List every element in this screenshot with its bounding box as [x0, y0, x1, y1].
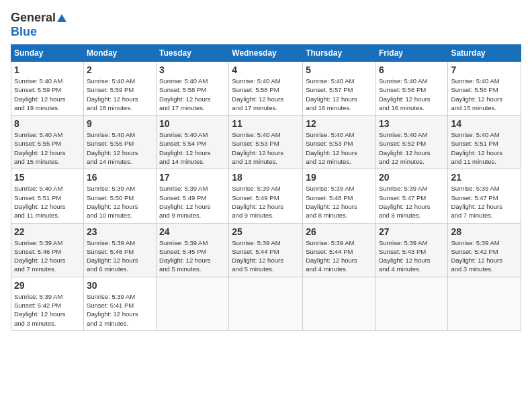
day-number: 7 [451, 64, 518, 75]
day-of-week-header: Thursday [303, 45, 376, 62]
calendar-day-cell: 23Sunrise: 5:39 AMSunset: 5:46 PMDayligh… [83, 223, 156, 277]
logo: General Blue [11, 11, 66, 39]
day-info: Sunrise: 5:40 AMSunset: 5:53 PMDaylight:… [306, 130, 373, 166]
calendar-day-cell [229, 277, 303, 330]
calendar-day-cell: 30Sunrise: 5:39 AMSunset: 5:41 PMDayligh… [83, 277, 156, 330]
day-info: Sunrise: 5:40 AMSunset: 5:58 PMDaylight:… [159, 77, 226, 112]
day-number: 4 [232, 64, 300, 75]
day-number: 29 [14, 280, 81, 291]
day-number: 22 [14, 226, 81, 237]
day-number: 28 [451, 226, 518, 237]
day-number: 13 [379, 118, 445, 129]
calendar-day-cell: 6Sunrise: 5:40 AMSunset: 5:56 PMDaylight… [375, 62, 447, 116]
calendar-day-cell: 15Sunrise: 5:40 AMSunset: 5:51 PMDayligh… [11, 169, 84, 223]
calendar-day-cell: 13Sunrise: 5:40 AMSunset: 5:52 PMDayligh… [375, 116, 447, 169]
day-of-week-header: Wednesday [229, 45, 303, 62]
calendar-week-row: 1Sunrise: 5:40 AMSunset: 5:59 PMDaylight… [11, 62, 521, 116]
day-number: 1 [14, 64, 81, 75]
day-number: 21 [451, 172, 518, 183]
calendar-day-cell: 14Sunrise: 5:40 AMSunset: 5:51 PMDayligh… [448, 116, 521, 169]
day-info: Sunrise: 5:39 AMSunset: 5:42 PMDaylight:… [451, 238, 518, 274]
day-info: Sunrise: 5:40 AMSunset: 5:56 PMDaylight:… [451, 77, 518, 112]
day-number: 6 [379, 64, 445, 75]
calendar-day-cell: 7Sunrise: 5:40 AMSunset: 5:56 PMDaylight… [448, 62, 521, 116]
calendar-day-cell: 11Sunrise: 5:40 AMSunset: 5:53 PMDayligh… [229, 116, 303, 169]
day-of-week-header: Sunday [11, 45, 84, 62]
calendar-day-cell: 10Sunrise: 5:40 AMSunset: 5:54 PMDayligh… [157, 116, 229, 169]
day-info: Sunrise: 5:39 AMSunset: 5:48 PMDaylight:… [306, 184, 373, 220]
day-info: Sunrise: 5:40 AMSunset: 5:52 PMDaylight:… [379, 130, 445, 166]
day-info: Sunrise: 5:39 AMSunset: 5:44 PMDaylight:… [306, 238, 373, 274]
day-number: 23 [87, 226, 153, 237]
day-info: Sunrise: 5:39 AMSunset: 5:50 PMDaylight:… [87, 184, 153, 220]
day-number: 3 [159, 64, 226, 75]
day-info: Sunrise: 5:39 AMSunset: 5:46 PMDaylight:… [87, 238, 153, 274]
calendar-day-cell: 2Sunrise: 5:40 AMSunset: 5:59 PMDaylight… [83, 62, 156, 116]
day-of-week-header: Saturday [448, 45, 521, 62]
day-info: Sunrise: 5:40 AMSunset: 5:53 PMDaylight:… [232, 130, 300, 166]
day-number: 15 [14, 172, 81, 183]
calendar-day-cell: 29Sunrise: 5:39 AMSunset: 5:42 PMDayligh… [11, 277, 84, 330]
calendar-week-row: 22Sunrise: 5:39 AMSunset: 5:46 PMDayligh… [11, 223, 521, 277]
calendar-day-cell: 22Sunrise: 5:39 AMSunset: 5:46 PMDayligh… [11, 223, 84, 277]
calendar-day-cell: 20Sunrise: 5:39 AMSunset: 5:47 PMDayligh… [375, 169, 447, 223]
calendar-table: SundayMondayTuesdayWednesdayThursdayFrid… [11, 44, 521, 331]
calendar-day-cell: 5Sunrise: 5:40 AMSunset: 5:57 PMDaylight… [303, 62, 376, 116]
day-number: 9 [87, 118, 153, 129]
day-info: Sunrise: 5:40 AMSunset: 5:57 PMDaylight:… [306, 77, 373, 112]
day-info: Sunrise: 5:40 AMSunset: 5:59 PMDaylight:… [87, 77, 153, 112]
day-info: Sunrise: 5:40 AMSunset: 5:55 PMDaylight:… [87, 130, 153, 166]
calendar-day-cell: 18Sunrise: 5:39 AMSunset: 5:49 PMDayligh… [229, 169, 303, 223]
day-number: 20 [379, 172, 445, 183]
day-info: Sunrise: 5:39 AMSunset: 5:42 PMDaylight:… [14, 292, 81, 328]
day-info: Sunrise: 5:40 AMSunset: 5:58 PMDaylight:… [232, 77, 300, 112]
day-info: Sunrise: 5:39 AMSunset: 5:47 PMDaylight:… [379, 184, 445, 220]
day-of-week-header: Friday [375, 45, 447, 62]
day-number: 12 [306, 118, 373, 129]
day-info: Sunrise: 5:40 AMSunset: 5:51 PMDaylight:… [451, 130, 518, 166]
calendar-day-cell: 17Sunrise: 5:39 AMSunset: 5:49 PMDayligh… [157, 169, 229, 223]
calendar-week-row: 15Sunrise: 5:40 AMSunset: 5:51 PMDayligh… [11, 169, 521, 223]
day-info: Sunrise: 5:39 AMSunset: 5:41 PMDaylight:… [87, 292, 153, 328]
day-number: 17 [159, 172, 226, 183]
day-number: 26 [306, 226, 373, 237]
calendar-header-row: SundayMondayTuesdayWednesdayThursdayFrid… [11, 45, 521, 62]
day-number: 16 [87, 172, 153, 183]
calendar-week-row: 29Sunrise: 5:39 AMSunset: 5:42 PMDayligh… [11, 277, 521, 330]
day-info: Sunrise: 5:40 AMSunset: 5:54 PMDaylight:… [159, 130, 226, 166]
day-number: 8 [14, 118, 81, 129]
day-of-week-header: Tuesday [157, 45, 229, 62]
calendar-day-cell: 16Sunrise: 5:39 AMSunset: 5:50 PMDayligh… [83, 169, 156, 223]
day-info: Sunrise: 5:39 AMSunset: 5:44 PMDaylight:… [232, 238, 300, 274]
calendar-day-cell: 21Sunrise: 5:39 AMSunset: 5:47 PMDayligh… [448, 169, 521, 223]
day-info: Sunrise: 5:39 AMSunset: 5:49 PMDaylight:… [232, 184, 300, 220]
calendar-day-cell: 8Sunrise: 5:40 AMSunset: 5:55 PMDaylight… [11, 116, 84, 169]
day-info: Sunrise: 5:39 AMSunset: 5:43 PMDaylight:… [379, 238, 445, 274]
calendar-day-cell: 25Sunrise: 5:39 AMSunset: 5:44 PMDayligh… [229, 223, 303, 277]
calendar-day-cell: 9Sunrise: 5:40 AMSunset: 5:55 PMDaylight… [83, 116, 156, 169]
calendar-day-cell [157, 277, 229, 330]
day-info: Sunrise: 5:39 AMSunset: 5:47 PMDaylight:… [451, 184, 518, 220]
logo-general-text: General [11, 11, 56, 25]
day-number: 30 [87, 280, 153, 291]
calendar-day-cell: 1Sunrise: 5:40 AMSunset: 5:59 PMDaylight… [11, 62, 84, 116]
page-header: General Blue [11, 11, 521, 39]
calendar-day-cell: 24Sunrise: 5:39 AMSunset: 5:45 PMDayligh… [157, 223, 229, 277]
day-number: 24 [159, 226, 226, 237]
day-number: 25 [232, 226, 300, 237]
day-info: Sunrise: 5:39 AMSunset: 5:45 PMDaylight:… [159, 238, 226, 274]
logo-blue-text: Blue [11, 25, 37, 38]
calendar-day-cell [375, 277, 447, 330]
day-info: Sunrise: 5:39 AMSunset: 5:46 PMDaylight:… [14, 238, 81, 274]
calendar-day-cell: 19Sunrise: 5:39 AMSunset: 5:48 PMDayligh… [303, 169, 376, 223]
calendar-day-cell: 4Sunrise: 5:40 AMSunset: 5:58 PMDaylight… [229, 62, 303, 116]
calendar-day-cell: 28Sunrise: 5:39 AMSunset: 5:42 PMDayligh… [448, 223, 521, 277]
calendar-day-cell [303, 277, 376, 330]
calendar-day-cell: 12Sunrise: 5:40 AMSunset: 5:53 PMDayligh… [303, 116, 376, 169]
day-of-week-header: Monday [83, 45, 156, 62]
calendar-day-cell: 27Sunrise: 5:39 AMSunset: 5:43 PMDayligh… [375, 223, 447, 277]
calendar-week-row: 8Sunrise: 5:40 AMSunset: 5:55 PMDaylight… [11, 116, 521, 169]
calendar-day-cell: 3Sunrise: 5:40 AMSunset: 5:58 PMDaylight… [157, 62, 229, 116]
day-number: 2 [87, 64, 153, 75]
day-info: Sunrise: 5:40 AMSunset: 5:56 PMDaylight:… [379, 77, 445, 112]
